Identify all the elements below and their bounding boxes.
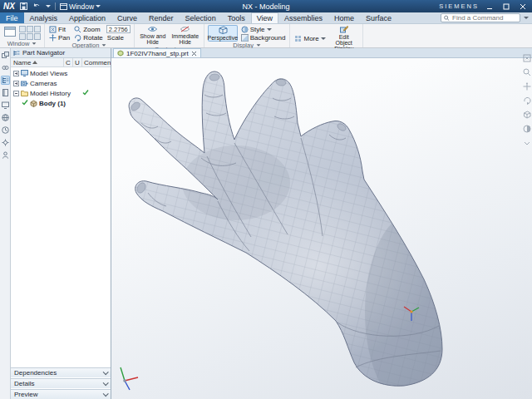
hand-model — [111, 58, 532, 399]
part-file-tab[interactable]: 1F02IV7hand_stp.prt — [113, 48, 201, 57]
window-group-label[interactable]: Window — [3, 40, 41, 47]
scale-button[interactable]: Scale — [106, 34, 131, 42]
ribbon-group-object: More Edit Object Display Object — [290, 24, 362, 47]
tab-curve[interactable]: Curve — [111, 12, 143, 23]
rotate-button[interactable]: Rotate — [73, 34, 104, 42]
more-button[interactable]: More — [293, 35, 326, 42]
zoom-button[interactable]: Zoom — [73, 26, 104, 33]
part-navigator-icon[interactable] — [1, 76, 10, 85]
tree-row-body[interactable]: Body (1) — [11, 98, 111, 108]
history-icon[interactable] — [1, 126, 10, 135]
perspective-view-icon[interactable] — [522, 110, 531, 119]
show-and-hide-button[interactable]: Show and Hide — [138, 25, 168, 46]
window-menu[interactable]: Window — [60, 2, 101, 11]
search-icon — [444, 15, 450, 22]
tab-view[interactable]: View — [251, 12, 278, 23]
roles-icon[interactable] — [1, 150, 10, 160]
close-tab-icon[interactable] — [191, 51, 197, 57]
tree-row-model-history[interactable]: Model History — [11, 88, 111, 98]
tab-home[interactable]: Home — [328, 12, 360, 23]
perspective-cube-icon — [218, 26, 228, 34]
body-visibility-check-icon[interactable] — [22, 99, 28, 107]
web-browser-icon[interactable] — [1, 113, 10, 122]
operation-group-caret-icon — [102, 44, 106, 46]
minimize-ribbon-icon[interactable] — [524, 17, 529, 19]
tab-assemblies[interactable]: Assemblies — [278, 12, 328, 23]
model-views-icon — [21, 70, 28, 76]
collapse-icon[interactable] — [13, 91, 19, 96]
sort-ascending-icon — [32, 61, 37, 64]
assembly-navigator-icon[interactable] — [1, 51, 10, 60]
undo-dropdown-icon[interactable] — [46, 5, 51, 7]
tab-tools[interactable]: Tools — [222, 12, 251, 23]
part-navigator-tree: Model Views Cameras Model History Body — [11, 67, 111, 367]
body-icon — [30, 100, 37, 107]
more-icon — [294, 35, 302, 42]
immediate-hide-button[interactable]: Immediate Hide — [170, 25, 200, 46]
tab-render[interactable]: Render — [143, 12, 180, 23]
tab-selection[interactable]: Selection — [180, 12, 222, 23]
graphics-window[interactable]: 1F02IV7hand_stp.prt — [111, 48, 532, 399]
dependencies-panel-header[interactable]: Dependencies — [11, 367, 111, 377]
nx-application-window: NX Window NX - Modeling SIEMENS File Ana… — [0, 0, 532, 399]
pan-button[interactable]: Pan — [48, 34, 71, 42]
tab-application[interactable]: Application — [63, 12, 111, 23]
ribbon-tab-bar: File Analysis Application Curve Render S… — [0, 12, 532, 24]
siemens-brand: SIEMENS — [439, 2, 479, 10]
column-comment[interactable]: Comment — [82, 59, 111, 66]
column-c[interactable]: C — [64, 58, 73, 66]
titlebar: NX Window NX - Modeling SIEMENS — [0, 0, 532, 12]
zoom-scale-value[interactable]: 2.2756 — [106, 25, 131, 33]
column-u[interactable]: U — [73, 58, 82, 66]
column-name[interactable]: Name — [11, 58, 64, 66]
tab-file[interactable]: File — [0, 12, 24, 23]
undo-icon[interactable] — [32, 2, 42, 11]
reuse-library-icon[interactable] — [1, 88, 10, 97]
tree-row-model-views[interactable]: Model Views — [11, 68, 111, 78]
window-menu-caret-icon — [96, 5, 101, 7]
perspective-button[interactable]: Perspective — [208, 25, 238, 42]
3d-viewport[interactable] — [111, 58, 532, 399]
rotate-icon[interactable] — [522, 96, 531, 105]
details-panel-header[interactable]: Details — [11, 378, 111, 388]
zoom-icon[interactable] — [522, 67, 531, 76]
view-triad — [121, 367, 138, 390]
close-button[interactable] — [517, 2, 529, 11]
shaded-view-icon[interactable] — [522, 124, 531, 133]
tree-column-header: Name C U Comment — [11, 58, 111, 67]
save-icon[interactable] — [19, 2, 28, 11]
window-icon — [60, 3, 67, 10]
window-layout-buttons[interactable] — [19, 26, 41, 40]
hd3d-tools-icon[interactable] — [1, 101, 10, 110]
ribbon-group-operation: Fit Pan Zoom Rotate — [45, 24, 135, 47]
part-navigator-header[interactable]: Part Navigator — [11, 48, 111, 58]
style-button[interactable]: Style — [240, 26, 287, 33]
chevron-down-icon — [103, 369, 109, 375]
eye-icon — [148, 26, 157, 32]
command-finder[interactable] — [441, 13, 520, 22]
tree-row-cameras[interactable]: Cameras — [11, 78, 111, 88]
pan-icon[interactable] — [522, 81, 531, 91]
tab-surface[interactable]: Surface — [360, 12, 397, 23]
minimize-button[interactable] — [484, 2, 495, 11]
fit-button[interactable]: Fit — [48, 26, 71, 33]
new-window-button[interactable] — [3, 25, 17, 40]
model-history-check-icon[interactable] — [82, 89, 89, 97]
expand-toolbar-icon[interactable] — [522, 138, 531, 147]
fit-icon — [49, 26, 57, 33]
ribbon-empty-space — [363, 24, 532, 47]
search-input[interactable] — [452, 14, 517, 22]
chevron-down-icon — [103, 380, 109, 386]
expand-icon[interactable] — [13, 71, 19, 76]
constraint-navigator-icon[interactable] — [1, 63, 10, 72]
preview-panel-header[interactable]: Preview — [11, 389, 111, 399]
expand-icon[interactable] — [13, 81, 19, 86]
tab-analysis[interactable]: Analysis — [24, 12, 64, 23]
process-studio-icon[interactable] — [1, 138, 10, 147]
titlebar-separator — [55, 2, 56, 10]
fit-view-icon[interactable] — [522, 53, 531, 62]
maximize-button[interactable] — [500, 2, 512, 11]
background-button[interactable]: Background — [240, 34, 287, 42]
ribbon-group-window: Window — [0, 24, 45, 47]
rotate-icon — [74, 34, 81, 42]
